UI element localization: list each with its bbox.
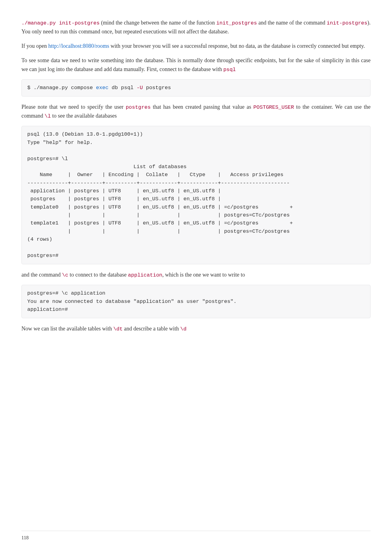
code-text: db psql — [108, 85, 137, 91]
code-postgres-user: postgres — [126, 104, 151, 110]
code-psql: psql — [223, 67, 236, 73]
paragraph-4: Please note that we need to specify the … — [21, 103, 371, 120]
code-keyword-exec: exec — [96, 85, 108, 91]
code-text: postgres — [143, 85, 171, 91]
page-footer-rule — [21, 531, 371, 531]
code-block-psql-connect: postgres=# \c application You are now co… — [21, 285, 371, 318]
paragraph-2: If you open http://localhost:8080/rooms … — [21, 42, 371, 51]
code-postgres-user-env: POSTGRES_USER — [253, 104, 294, 110]
text: to connect to the database — [68, 272, 128, 278]
code-flag-u: -U — [137, 85, 143, 91]
text: (mind the change between the name of the… — [100, 20, 216, 26]
text: that has been created passing that value… — [151, 104, 253, 110]
text: with your browser you will see a success… — [109, 43, 365, 49]
paragraph-5: and the command \c to connect to the dat… — [21, 270, 371, 279]
code-block-psql-list: psql (13.0 (Debian 13.0-1.pgdg100+1)) Ty… — [21, 126, 371, 264]
text: Please note that we need to specify the … — [21, 104, 126, 110]
code-application-db: application — [128, 272, 162, 278]
paragraph-6: Now we can list the available tables wit… — [21, 324, 371, 333]
text: and describe a table with — [123, 326, 180, 332]
code-init-postgres-cmd: init-postgres — [327, 20, 368, 26]
localhost-link[interactable]: http://localhost:8080/rooms — [48, 43, 109, 49]
code-text: $ ./manage.py compose — [27, 85, 96, 91]
code-list-cmd: \l — [44, 113, 51, 119]
text: and the command — [21, 272, 62, 278]
code-block-compose-exec: $ ./manage.py compose exec db psql -U po… — [21, 79, 371, 96]
text: and the name of the command — [257, 20, 327, 26]
paragraph-3: To see some data we need to write someth… — [21, 56, 371, 74]
code-d-cmd: \d — [180, 326, 186, 332]
code-manage-init: ./manage.py init-postgres — [21, 20, 100, 26]
text: If you open — [21, 43, 48, 49]
text: to see the available databases — [51, 113, 117, 119]
text: , which is the one we want to write to — [162, 272, 245, 278]
paragraph-1: ./manage.py init-postgres (mind the chan… — [21, 18, 371, 36]
code-init-postgres-fn: init_postgres — [216, 20, 257, 26]
text: To see some data we need to write someth… — [21, 57, 371, 72]
text: Now we can list the available tables wit… — [21, 326, 113, 332]
page-number: 118 — [21, 534, 28, 542]
code-dt-cmd: \dt — [113, 326, 123, 332]
code-connect-cmd: \c — [62, 272, 68, 278]
